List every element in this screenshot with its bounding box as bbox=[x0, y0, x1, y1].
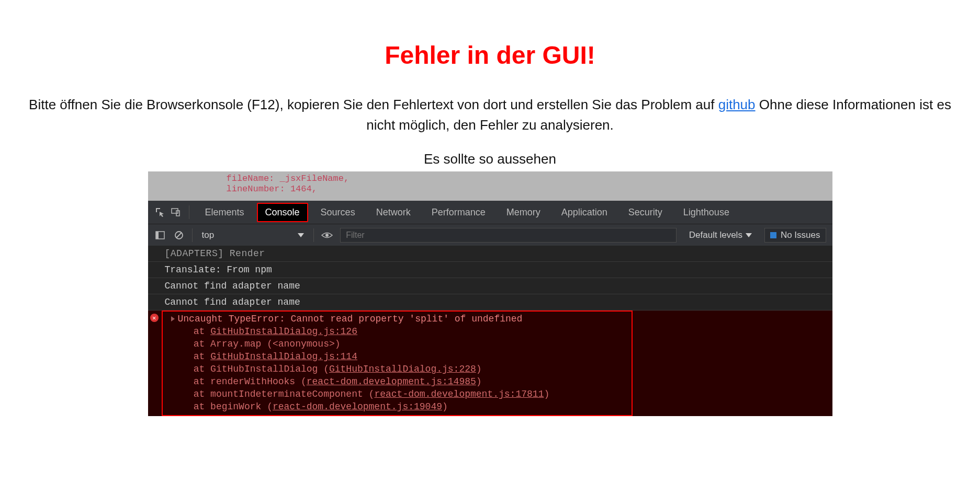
log-line: Cannot find adapter name bbox=[148, 278, 832, 294]
source-code-strip: fileName: _jsxFileName, lineNumber: 1464… bbox=[148, 171, 832, 201]
console-filterbar: top Default levels No Issues bbox=[148, 224, 832, 246]
stack-frame: at GitHubInstallDialog.js:114 bbox=[169, 350, 832, 363]
console-output: [ADAPTERS] Render Translate: From npm Ca… bbox=[148, 246, 832, 416]
tab-network[interactable]: Network bbox=[368, 202, 419, 223]
tab-performance[interactable]: Performance bbox=[423, 202, 494, 223]
log-line: [ADAPTERS] Render bbox=[148, 246, 832, 262]
tab-lighthouse[interactable]: Lighthouse bbox=[675, 202, 738, 223]
context-selector[interactable]: top bbox=[200, 230, 307, 240]
instruction-before: Bitte öffnen Sie die Browserkonsole (F12… bbox=[29, 97, 718, 112]
stack-frame: at GitHubInstallDialog.js:126 bbox=[169, 325, 832, 338]
code-line: lineNumber: 1464, bbox=[227, 184, 832, 194]
log-line: Translate: From npm bbox=[148, 262, 832, 278]
device-toggle-icon[interactable] bbox=[170, 206, 182, 218]
divider bbox=[189, 205, 189, 219]
devtools-tabbar: Elements Console Sources Network Perform… bbox=[148, 201, 832, 224]
chevron-down-icon bbox=[746, 233, 752, 237]
tab-sources[interactable]: Sources bbox=[312, 202, 364, 223]
error-icon: ✕ bbox=[150, 314, 159, 322]
context-label: top bbox=[202, 230, 215, 240]
chevron-down-icon bbox=[298, 233, 304, 237]
instruction-text: Bitte öffnen Sie die Browserkonsole (F12… bbox=[9, 95, 972, 135]
log-levels-select[interactable]: Default levels bbox=[684, 230, 757, 240]
stack-frame: at GitHubInstallDialog (GitHubInstallDia… bbox=[169, 363, 832, 375]
divider bbox=[192, 228, 193, 242]
stack-frame: at mountIndeterminateComponent (react-do… bbox=[169, 388, 832, 400]
svg-point-6 bbox=[325, 234, 329, 237]
clear-console-icon[interactable] bbox=[173, 229, 185, 241]
tab-memory[interactable]: Memory bbox=[498, 202, 549, 223]
error-message: Uncaught TypeError: Cannot read property… bbox=[169, 313, 832, 325]
divider bbox=[313, 228, 314, 242]
screenshot-caption: Es sollte so aussehen bbox=[0, 151, 980, 167]
log-line: Cannot find adapter name bbox=[148, 294, 832, 310]
filter-input[interactable] bbox=[340, 228, 677, 243]
tab-elements[interactable]: Elements bbox=[197, 202, 253, 223]
devtools-screenshot: fileName: _jsxFileName, lineNumber: 1464… bbox=[148, 171, 832, 416]
console-error-block: ✕ Uncaught TypeError: Cannot read proper… bbox=[148, 310, 832, 416]
tab-security[interactable]: Security bbox=[620, 202, 671, 223]
stack-frame: at renderWithHooks (react-dom.developmen… bbox=[169, 375, 832, 388]
issues-label: No Issues bbox=[781, 230, 820, 240]
error-page: Fehler in der GUI! Bitte öffnen Sie die … bbox=[0, 0, 980, 416]
code-line: fileName: _jsxFileName, bbox=[227, 174, 832, 184]
sidebar-toggle-icon[interactable] bbox=[154, 229, 166, 241]
issues-icon bbox=[770, 232, 776, 238]
tab-application[interactable]: Application bbox=[553, 202, 616, 223]
svg-rect-3 bbox=[156, 232, 159, 239]
stack-frame: at Array.map (<anonymous>) bbox=[169, 338, 832, 350]
levels-label: Default levels bbox=[689, 230, 742, 240]
github-link[interactable]: github bbox=[718, 97, 756, 112]
stack-frame: at beginWork (react-dom.development.js:1… bbox=[169, 400, 832, 413]
live-expression-icon[interactable] bbox=[321, 229, 333, 241]
tab-console[interactable]: Console bbox=[257, 203, 308, 222]
issues-chip[interactable]: No Issues bbox=[764, 228, 826, 243]
page-title: Fehler in der GUI! bbox=[0, 41, 980, 70]
svg-line-5 bbox=[176, 233, 182, 238]
inspect-icon[interactable] bbox=[154, 206, 166, 218]
